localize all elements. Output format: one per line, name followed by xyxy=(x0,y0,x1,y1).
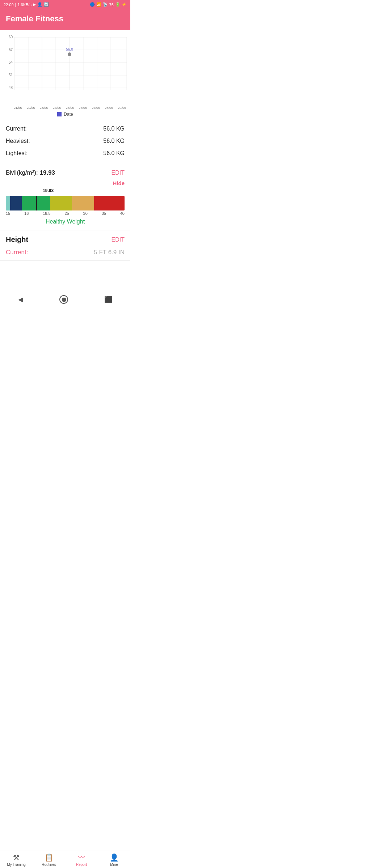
app-title: Female Fitness xyxy=(6,14,125,24)
bmi-scale-40: 40 xyxy=(120,211,125,216)
status-left: 22:00 | 1.6KB/s ▶ 👤 🔄 xyxy=(4,2,49,7)
lightest-label: Lightest: xyxy=(6,150,28,157)
x-label-4: 24/05 xyxy=(53,106,61,110)
recents-button[interactable]: ⬛ xyxy=(104,295,112,303)
x-label-3: 23/05 xyxy=(40,106,48,110)
hide-row: Hide xyxy=(6,180,125,187)
bmi-scale-185: 18.5 xyxy=(43,211,50,216)
bmi-scale-labels: 15 16 18.5 25 30 35 40 xyxy=(6,211,125,216)
account-icon: 👤 xyxy=(37,2,42,7)
bmi-seg-underweight1 xyxy=(10,196,21,210)
svg-text:56.0: 56.0 xyxy=(66,47,73,51)
bmi-bar-container: 19.93 15 16 18.5 25 30 35 40 xyxy=(6,188,125,216)
current-weight-row: Current: 56.0 KG xyxy=(6,123,125,135)
bmi-scale-25: 25 xyxy=(64,211,69,216)
status-right: 🔵 📶 📡 76 🔋 ⚡ xyxy=(90,2,127,7)
svg-text:48: 48 xyxy=(9,86,13,90)
weight-chart: 60 57 54 51 48 56.0 xyxy=(3,34,127,106)
heaviest-weight-row: Heaviest: 56.0 KG xyxy=(6,135,125,147)
bmi-indicator-value: 19.93 xyxy=(43,188,54,193)
back-button[interactable]: ◀ xyxy=(18,295,23,303)
svg-text:54: 54 xyxy=(9,60,13,64)
home-button[interactable]: ⬤ xyxy=(59,295,68,304)
bmi-scale-30: 30 xyxy=(83,211,88,216)
time: 22:00 xyxy=(4,3,14,7)
system-nav: ◀ ⬤ ⬛ xyxy=(0,293,130,308)
stats-section: Current: 56.0 KG Heaviest: 56.0 KG Light… xyxy=(0,120,130,164)
bmi-seg-overweight xyxy=(50,196,72,210)
x-label-7: 27/05 xyxy=(92,106,100,110)
lightest-value: 56.0 KG xyxy=(103,150,125,157)
lightest-weight-row: Lightest: 56.0 KG xyxy=(6,147,125,159)
x-label-5: 25/05 xyxy=(66,106,74,110)
heaviest-value: 56.0 KG xyxy=(103,138,125,144)
hide-button[interactable]: Hide xyxy=(113,180,125,186)
bmi-label: BMI(kg/m²): xyxy=(6,169,38,176)
battery-icon: 🔋 xyxy=(115,2,120,7)
height-current-row: Current: 5 FT 6.9 IN xyxy=(6,249,125,256)
height-current-value: 5 FT 6.9 IN xyxy=(94,249,125,256)
height-edit-button[interactable]: EDIT xyxy=(112,237,125,243)
bmi-section: BMI(kg/m²): 19.93 EDIT Hide 19.93 xyxy=(0,164,130,230)
healthy-weight-label: Healthy Weight xyxy=(6,218,125,225)
x-label-6: 26/05 xyxy=(79,106,87,110)
status-bar: 22:00 | 1.6KB/s ▶ 👤 🔄 🔵 📶 📡 76 🔋 ⚡ xyxy=(0,0,130,9)
bmi-seg-obese1 xyxy=(72,196,94,210)
height-title: Height xyxy=(6,235,28,244)
bmi-header: BMI(kg/m²): 19.93 EDIT xyxy=(6,169,125,176)
x-label-2: 22/05 xyxy=(27,106,35,110)
bmi-seg-obese2 xyxy=(94,196,125,210)
chart-section: 60 57 54 51 48 56.0 21/05 22/05 23/05 24… xyxy=(0,30,130,120)
speed: 1.6KB/s xyxy=(17,3,31,7)
play-icon: ▶ xyxy=(33,2,36,7)
height-section: Height EDIT Current: 5 FT 6.9 IN xyxy=(0,230,130,261)
sync-icon: 🔄 xyxy=(44,2,49,7)
battery-level: 76 xyxy=(109,3,114,7)
bmi-edit-button[interactable]: EDIT xyxy=(112,170,125,176)
x-label-9: 29/05 xyxy=(118,106,126,110)
separator: | xyxy=(15,3,16,7)
current-value: 56.0 KG xyxy=(103,125,125,132)
bmi-scale-16: 16 xyxy=(24,211,29,216)
bmi-bar xyxy=(6,196,125,210)
legend-label: Date xyxy=(64,112,73,117)
svg-text:51: 51 xyxy=(9,73,13,77)
heaviest-label: Heaviest: xyxy=(6,138,30,144)
chart-legend: Date xyxy=(3,110,127,118)
legend-square-icon xyxy=(57,112,62,116)
x-label-1: 21/05 xyxy=(14,106,22,110)
svg-text:60: 60 xyxy=(9,35,13,39)
charging-icon: ⚡ xyxy=(122,2,127,7)
current-label: Current: xyxy=(6,125,27,132)
svg-point-20 xyxy=(68,52,71,56)
app-header: Female Fitness xyxy=(0,9,130,30)
svg-text:57: 57 xyxy=(9,48,13,52)
bmi-scale-35: 35 xyxy=(102,211,106,216)
height-header: Height EDIT xyxy=(6,235,125,244)
bmi-title: BMI(kg/m²): 19.93 xyxy=(6,169,55,176)
signal-icon: 📶 xyxy=(96,2,101,7)
wifi-icon: 📡 xyxy=(103,2,108,7)
bmi-needle xyxy=(36,196,37,210)
bmi-value: 19.93 xyxy=(40,169,55,176)
bmi-seg-underweight2 xyxy=(6,196,10,210)
height-current-label: Current: xyxy=(6,249,28,256)
bluetooth-icon: 🔵 xyxy=(90,2,95,7)
x-axis-labels: 21/05 22/05 23/05 24/05 25/05 26/05 27/0… xyxy=(3,106,127,110)
bmi-seg-normal xyxy=(22,196,50,210)
bmi-scale-15: 15 xyxy=(6,211,10,216)
chart-container: 60 57 54 51 48 56.0 xyxy=(3,34,127,106)
x-label-8: 28/05 xyxy=(105,106,113,110)
